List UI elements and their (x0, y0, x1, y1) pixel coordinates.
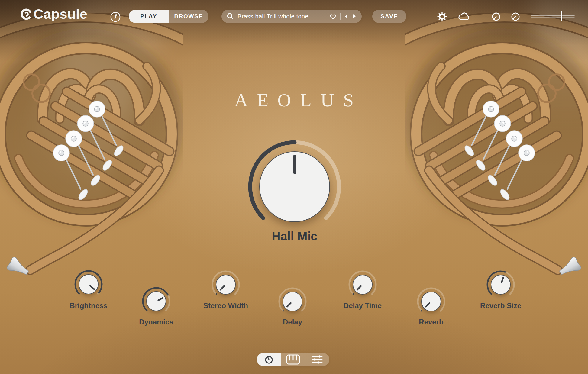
slider-handle[interactable] (561, 11, 562, 21)
macro-knob-button-1[interactable] (492, 12, 501, 21)
cloud-icon (457, 11, 471, 22)
slider-track[interactable] (531, 15, 575, 16)
brightness-label: Brightness (52, 301, 125, 310)
tab-browse[interactable]: BROWSE (169, 10, 208, 23)
delay-time-knob[interactable] (347, 269, 378, 300)
save-button[interactable]: SAVE (372, 10, 406, 23)
favorite-heart-icon[interactable] (329, 13, 337, 20)
settings-button[interactable] (436, 11, 448, 22)
mini-knob-icon (492, 12, 501, 21)
delay-time-label: Delay Time (326, 301, 399, 310)
stereo-width-knob[interactable] (211, 269, 241, 300)
delay-knob[interactable] (277, 286, 308, 317)
knob-face[interactable] (146, 291, 166, 311)
knob-face[interactable] (79, 274, 99, 294)
dynamics-label: Dynamics (120, 318, 192, 326)
knob-face[interactable] (283, 292, 302, 311)
knob-face[interactable] (259, 151, 330, 222)
piano-keys-icon (286, 354, 300, 365)
tab-play[interactable]: PLAY (129, 10, 169, 23)
gear-icon (436, 11, 448, 22)
hall-mic-label: Hall Mic (234, 230, 355, 243)
edit-preset-button[interactable] (110, 11, 121, 22)
view-keyboard-panel-button[interactable] (281, 353, 305, 366)
reverb-label: Reverb (395, 318, 467, 326)
reverb-size-knob[interactable] (486, 269, 516, 300)
french-horn-left-illustration (0, 13, 183, 285)
knob-pointer (260, 152, 329, 221)
play-browse-tabs: PLAY BROWSE (129, 10, 208, 23)
brightness-knob[interactable] (73, 269, 104, 299)
preset-search-bar[interactable]: Brass hall Trill whole tone (221, 10, 362, 23)
reverb-size-label: Reverb Size (464, 301, 537, 310)
reverb-knob[interactable] (416, 286, 446, 317)
slider-track[interactable] (531, 17, 575, 18)
previous-preset-arrow-icon[interactable] (344, 14, 349, 19)
mini-knob-icon (511, 12, 520, 21)
search-divider (340, 13, 341, 20)
view-switcher (257, 353, 329, 366)
capsule-logo-text: Capsule (34, 7, 88, 21)
slider-rows-icon (312, 355, 323, 364)
delay-label: Delay (256, 318, 329, 326)
french-horn-right-illustration (405, 13, 588, 285)
stereo-width-label: Stereo Width (189, 301, 262, 310)
pencil-icon (110, 11, 121, 22)
view-mixer-panel-button[interactable] (305, 353, 329, 366)
cloud-button[interactable] (457, 11, 471, 22)
hall-mic-knob[interactable] (246, 138, 343, 235)
capsule-logo: Capsule (20, 7, 88, 21)
preset-name: Brass hall Trill whole tone (237, 13, 326, 20)
search-icon (226, 12, 234, 20)
macro-knob-button-2[interactable] (511, 12, 520, 21)
knob-face[interactable] (421, 292, 441, 311)
knob-face[interactable] (216, 275, 236, 295)
knob-icon (264, 355, 273, 364)
instrument-title: AEOLUS (5, 89, 588, 111)
knob-face[interactable] (353, 275, 373, 295)
next-preset-arrow-icon[interactable] (352, 14, 357, 19)
level-slider[interactable] (531, 11, 575, 22)
view-knob-panel-button[interactable] (257, 353, 281, 366)
knob-face[interactable] (491, 275, 511, 295)
aeolus-plugin-window: Capsule PLAY BROWSE Brass hall Trill who… (0, 0, 588, 374)
dynamics-knob[interactable] (141, 286, 171, 316)
capsule-logo-mark-icon (20, 8, 33, 21)
